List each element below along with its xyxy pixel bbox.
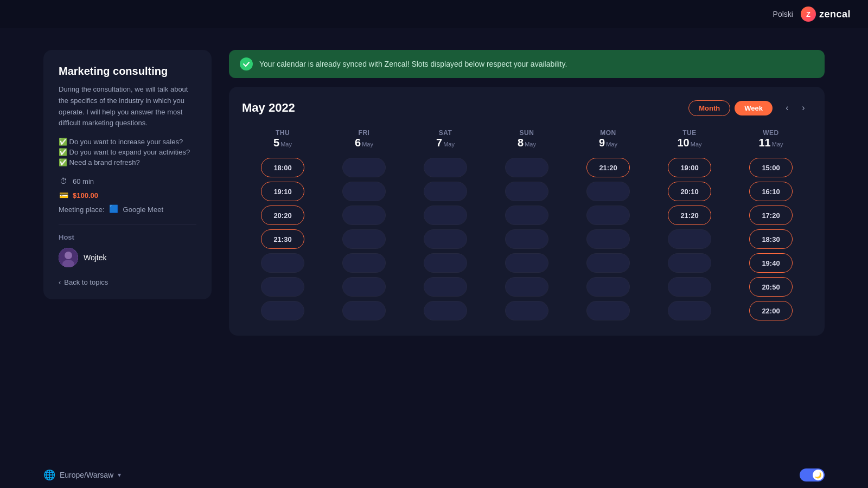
slot-sat-6 — [424, 277, 467, 297]
day-name-sun: Sun — [486, 129, 567, 137]
slot-sun-2 — [505, 182, 548, 201]
slot-thu-2[interactable]: 19:10 — [261, 182, 304, 201]
slot-thu-7 — [261, 301, 304, 320]
col-sat — [405, 156, 486, 323]
svg-point-1 — [65, 252, 72, 259]
prev-week-button[interactable]: ‹ — [779, 100, 795, 116]
dark-mode-toggle[interactable]: 🌙 — [800, 468, 825, 481]
globe-icon: 🌐 — [43, 469, 55, 481]
day-name-wed: Wed — [730, 129, 812, 137]
day-num-tue: 10 — [677, 137, 689, 149]
slot-mon-4 — [586, 229, 630, 249]
slot-fri-2 — [342, 182, 386, 201]
day-month-thu: May — [280, 141, 292, 147]
slot-tue-1[interactable]: 19:00 — [668, 158, 711, 177]
topbar: Polski Z zencal — [0, 0, 868, 28]
day-month-wed: May — [772, 141, 783, 147]
slot-fri-1 — [342, 158, 386, 177]
slot-wed-1[interactable]: 15:00 — [749, 158, 793, 177]
slot-mon-6 — [586, 277, 630, 297]
toggle-thumb: 🌙 — [813, 470, 824, 480]
brand-name: zencal — [819, 9, 851, 20]
toggle-track[interactable]: 🌙 — [800, 468, 825, 481]
col-mon: 21:20 — [567, 156, 649, 323]
day-name-mon: Mon — [567, 129, 649, 137]
slot-sat-3 — [424, 206, 467, 225]
brand-logo: Z zencal — [801, 7, 851, 22]
day-num-wed: 11 — [758, 137, 770, 149]
brand-icon: Z — [801, 7, 816, 22]
day-month-tue: May — [691, 141, 702, 147]
slot-fri-6 — [342, 277, 386, 297]
event-meta: ⏱ 60 min 💳 $100.00 Meeting place: 🟦 Goog… — [59, 176, 196, 214]
next-week-button[interactable]: › — [795, 100, 812, 116]
col-wed: 15:00 16:10 17:20 18:30 19:40 20:50 22:0… — [730, 156, 812, 323]
slot-sun-4 — [505, 229, 548, 249]
divider — [59, 224, 196, 224]
day-month-fri: May — [362, 141, 373, 147]
slot-wed-6[interactable]: 20:50 — [749, 277, 793, 297]
slot-thu-5 — [261, 253, 304, 273]
slot-wed-4[interactable]: 18:30 — [749, 229, 793, 249]
check-item-3: ✅ Need a brand refresh? — [59, 158, 196, 166]
slot-wed-7[interactable]: 22:00 — [749, 301, 793, 320]
meeting-place-label: Meeting place: — [59, 206, 105, 214]
day-name-sat: Sat — [405, 129, 486, 137]
check-item-1: ✅ Do you want to increase your sales? — [59, 138, 196, 146]
meeting-place-value: Google Meet — [123, 206, 163, 214]
day-header-mon: Mon 9May — [567, 129, 649, 156]
slot-thu-1[interactable]: 18:00 — [261, 158, 304, 177]
slot-wed-3[interactable]: 17:20 — [749, 206, 793, 225]
slot-tue-3[interactable]: 21:20 — [668, 206, 711, 225]
col-fri — [323, 156, 405, 323]
price-value: $100.00 — [73, 191, 98, 200]
slot-fri-7 — [342, 301, 386, 320]
day-header-wed: Wed 11May — [730, 129, 812, 156]
clock-icon: ⏱ — [59, 176, 68, 186]
slot-thu-4[interactable]: 21:30 — [261, 229, 304, 249]
slot-sun-1 — [505, 158, 548, 177]
slot-mon-5 — [586, 253, 630, 273]
google-meet-icon: 🟦 — [109, 204, 119, 214]
month-view-button[interactable]: Month — [688, 100, 730, 116]
col-thu: 18:00 19:10 20:20 21:30 — [242, 156, 323, 323]
calendar-panel: May 2022 Month Week ‹ › Thu 5May Fri 6Ma… — [229, 87, 825, 336]
slot-fri-4 — [342, 229, 386, 249]
slot-wed-2[interactable]: 16:10 — [749, 182, 793, 201]
slot-mon-3 — [586, 206, 630, 225]
slot-tue-2[interactable]: 20:10 — [668, 182, 711, 201]
slot-wed-5[interactable]: 19:40 — [749, 253, 793, 273]
meeting-place-item: Meeting place: 🟦 Google Meet — [59, 204, 196, 214]
host-label: Host — [59, 233, 196, 241]
slot-tue-4 — [668, 229, 711, 249]
week-view-button[interactable]: Week — [735, 101, 773, 115]
slot-thu-6 — [261, 277, 304, 297]
day-header-thu: Thu 5May — [242, 129, 323, 156]
back-chevron-icon: ‹ — [59, 278, 61, 286]
slot-sat-4 — [424, 229, 467, 249]
back-label: Back to topics — [64, 278, 108, 286]
calendar-header: May 2022 Month Week ‹ › — [242, 100, 812, 116]
checklist: ✅ Do you want to increase your sales? ✅ … — [59, 138, 196, 166]
slot-thu-3[interactable]: 20:20 — [261, 206, 304, 225]
slot-mon-1[interactable]: 21:20 — [586, 158, 630, 177]
duration-value: 60 min — [73, 177, 94, 185]
day-header-tue: Tue 10May — [649, 129, 730, 156]
day-month-sun: May — [525, 141, 536, 147]
day-name-fri: Fri — [323, 129, 405, 137]
slot-fri-5 — [342, 253, 386, 273]
timezone-selector[interactable]: 🌐 Europe/Warsaw ▾ — [43, 469, 121, 481]
day-month-mon: May — [606, 141, 617, 147]
right-panel: Your calendar is already synced with Zen… — [229, 50, 825, 336]
slot-fri-3 — [342, 206, 386, 225]
slot-sat-5 — [424, 253, 467, 273]
slot-mon-2 — [586, 182, 630, 201]
col-tue: 19:00 20:10 21:20 — [649, 156, 730, 323]
duration-item: ⏱ 60 min — [59, 176, 196, 186]
day-num-mon: 9 — [599, 137, 605, 149]
day-month-sat: May — [443, 141, 455, 147]
slot-sun-7 — [505, 301, 548, 320]
language-selector[interactable]: Polski — [773, 10, 793, 18]
back-to-topics-button[interactable]: ‹ Back to topics — [59, 278, 196, 286]
check-item-2: ✅ Do you want to expand your activities? — [59, 148, 196, 156]
